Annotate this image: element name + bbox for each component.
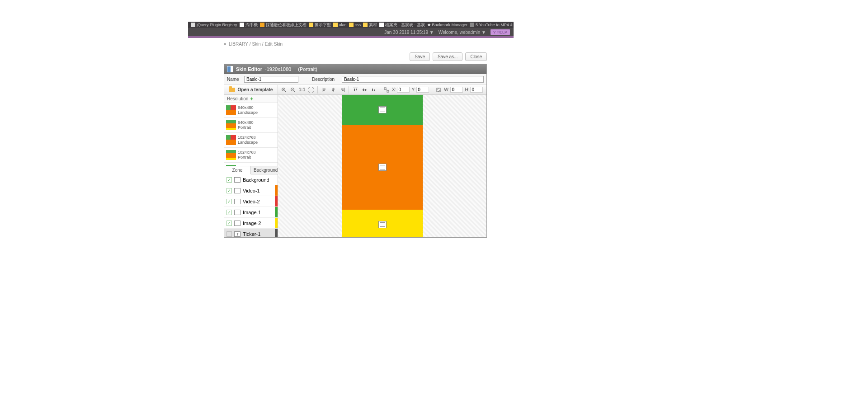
resolution-item[interactable]: 1280x720	[224, 163, 278, 166]
resolution-item[interactable]: 640x480Landscape	[224, 103, 278, 118]
bookmark-item[interactable]: 圖示字型	[309, 22, 331, 28]
image-icon	[378, 106, 387, 113]
name-label: Name	[227, 77, 241, 82]
bookmark-item[interactable]: 素材	[363, 22, 377, 28]
resolution-item[interactable]: 1024x768Portrait	[224, 148, 278, 163]
svg-rect-16	[353, 88, 358, 88]
zone-item-image1[interactable]: ✓Image-1	[224, 207, 278, 218]
svg-rect-22	[371, 92, 376, 92]
zoom-in-icon[interactable]	[280, 86, 288, 94]
accent-strip	[188, 36, 514, 38]
checkbox-icon[interactable]: ✓	[226, 177, 232, 183]
zone-image1[interactable]	[342, 95, 423, 125]
checkbox-icon[interactable]: ✓	[226, 210, 232, 215]
checkbox-icon[interactable]	[226, 231, 232, 237]
zoom-actual-icon[interactable]: 1:1	[298, 86, 306, 94]
svg-rect-20	[363, 89, 364, 91]
name-input[interactable]	[244, 76, 298, 83]
h-label: H:	[465, 87, 469, 92]
color-swatch	[275, 196, 278, 207]
bookmark-item[interactable]: 淘手機	[240, 22, 258, 28]
welcome-user[interactable]: Welcome, webadmin ▼	[439, 30, 486, 35]
tab-background[interactable]: Background	[251, 166, 281, 174]
checkbox-icon[interactable]: ✓	[226, 199, 232, 204]
zone-item-image2[interactable]: ✓Image-2	[224, 218, 278, 229]
y-input[interactable]	[416, 87, 429, 93]
saveas-button[interactable]: Save as...	[433, 52, 462, 61]
x-label: X:	[392, 87, 396, 92]
svg-rect-21	[365, 89, 366, 91]
align-right-icon[interactable]	[339, 86, 346, 94]
ticker-icon: T	[234, 231, 241, 237]
x-input[interactable]	[397, 87, 410, 93]
editor-icon	[227, 66, 233, 72]
svg-rect-23	[372, 89, 373, 91]
align-left-icon[interactable]	[321, 86, 328, 94]
bookmark-item[interactable]: 檔案夾 - 基狀表 : 基狀	[379, 22, 425, 28]
h-input[interactable]	[470, 87, 483, 93]
bookmark-item[interactable]: ★Bookmark Manager	[427, 23, 468, 27]
svg-rect-19	[362, 89, 367, 90]
zone-item-background[interactable]: ✓Background	[224, 174, 278, 185]
video-icon	[234, 188, 241, 193]
crumb-current: Edit Skin	[265, 42, 283, 47]
bookmark-item[interactable]: alan	[333, 23, 347, 27]
crumb-library[interactable]: LIBRARY	[229, 42, 248, 47]
svg-rect-27	[437, 88, 440, 92]
bookmark-item[interactable]: 採通數位看板線上文檔	[260, 22, 307, 28]
svg-rect-24	[374, 89, 375, 91]
open-template-button[interactable]: Open a template	[224, 85, 278, 95]
bookmarks-bar: jQuery Plugin Registry 淘手機 採通數位看板線上文檔 圖示…	[188, 22, 514, 28]
datetime: Jan 30 2019 11:35:19 ▼	[384, 30, 434, 35]
resolution-item[interactable]: 1024x768Landscape	[224, 133, 278, 148]
align-top-icon[interactable]	[352, 86, 359, 94]
zone-item-ticker1[interactable]: TTicker-1	[224, 229, 278, 237]
checkbox-icon[interactable]: ✓	[226, 221, 232, 226]
zone-list: ✓Background ✓Video-1 ✓Video-2 ✓Image-1 ✓…	[224, 174, 278, 237]
bookmark-item[interactable]: 5 YouTube to MP4 & M	[470, 23, 514, 27]
resolution-list[interactable]: 640x480Landscape 640x480Portrait 1024x76…	[224, 103, 278, 166]
image-icon	[234, 210, 241, 215]
align-middle-icon[interactable]	[361, 86, 368, 94]
description-label: Description	[312, 77, 339, 82]
add-resolution-icon[interactable]: +	[250, 97, 253, 101]
svg-rect-8	[323, 89, 326, 89]
bookmark-item[interactable]: jQuery Plugin Registry	[191, 23, 237, 27]
description-input[interactable]	[342, 76, 484, 83]
position-icon[interactable]	[383, 86, 390, 94]
svg-line-5	[294, 91, 295, 92]
close-button[interactable]: Close	[465, 52, 487, 61]
skin-preview[interactable]	[342, 95, 423, 237]
svg-rect-15	[342, 90, 344, 91]
canvas-area[interactable]	[278, 95, 486, 237]
fit-screen-icon[interactable]	[307, 86, 315, 94]
zone-item-video1[interactable]: ✓Video-1	[224, 185, 278, 196]
svg-rect-14	[341, 89, 344, 89]
align-bottom-icon[interactable]	[370, 86, 377, 94]
w-input[interactable]	[450, 87, 463, 93]
checkbox-icon[interactable]: ✓	[226, 188, 232, 193]
svg-rect-10	[333, 88, 334, 92]
help-button[interactable]: ? HELP	[491, 29, 510, 35]
color-swatch	[275, 218, 278, 228]
align-center-icon[interactable]	[330, 86, 337, 94]
color-swatch	[275, 207, 278, 217]
resolution-item[interactable]: 640x480Portrait	[224, 118, 278, 133]
svg-rect-7	[322, 88, 322, 92]
breadcrumb: LIBRARY / Skin / Edit Skin	[224, 40, 487, 48]
tab-zone[interactable]: Zone	[224, 166, 251, 174]
canvas-toolbar: 1:1 X: Y: W: H:	[278, 85, 486, 95]
svg-rect-25	[384, 88, 386, 89]
zone-item-video2[interactable]: ✓Video-2	[224, 196, 278, 207]
zone-image2[interactable]	[342, 210, 423, 237]
bookmark-item[interactable]: css	[349, 23, 361, 27]
color-swatch	[275, 185, 278, 196]
w-label: W:	[444, 87, 449, 92]
save-button[interactable]: Save	[410, 52, 430, 61]
resolution-header: Resolution +	[224, 95, 278, 103]
crumb-skin[interactable]: Skin	[252, 42, 260, 47]
size-icon[interactable]	[435, 86, 442, 94]
image-icon	[378, 221, 387, 228]
zoom-out-icon[interactable]	[289, 86, 297, 94]
zone-video1[interactable]	[342, 125, 423, 210]
